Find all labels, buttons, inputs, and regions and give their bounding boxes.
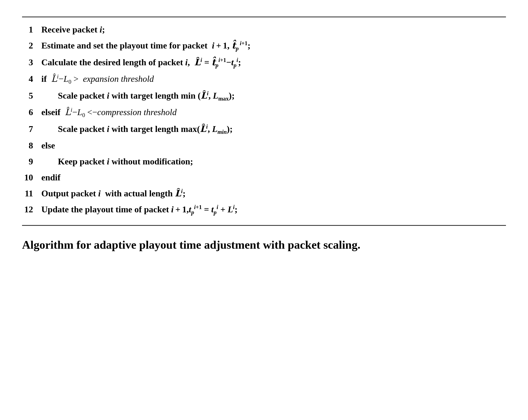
algo-line-5: 5 Scale packet i with target length min … [22,89,506,103]
line-number-10: 10 [22,171,41,184]
line-number-12: 12 [22,203,41,216]
algo-line-9: 9 Keep packet i without modification; [22,155,506,168]
algorithm-caption: Algorithm for adaptive playout time adju… [22,237,380,253]
algo-line-6: 6 elseif L̂i−L0 <−compression threshold [22,105,506,120]
line-number-7: 7 [22,122,41,136]
algo-line-12: 12 Update the playout time of packet i +… [22,203,506,217]
line-number-11: 11 [22,187,41,200]
line-number-2: 2 [22,39,41,52]
line-content-8: else [41,139,506,152]
line-content-2: Estimate and set the playout time for pa… [41,39,506,53]
line-number-1: 1 [22,23,41,36]
algorithm-box: 1 Receive packet i; 2 Estimate and set t… [22,17,506,226]
line-content-4: if L̂i−L0 > expansion threshold [41,72,506,86]
algo-line-4: 4 if L̂i−L0 > expansion threshold [22,72,506,86]
line-number-8: 8 [22,139,41,152]
line-number-3: 3 [22,56,41,69]
line-content-5: Scale packet i with target length min (L… [41,89,506,103]
line-content-1: Receive packet i; [41,23,506,36]
line-content-10: endif [41,171,506,184]
algo-line-1: 1 Receive packet i; [22,23,506,36]
line-content-6: elseif L̂i−L0 <−compression threshold [41,105,506,120]
algo-line-11: 11 Output packet i with actual length L̂… [22,187,506,200]
line-content-7: Scale packet i with target length max(L̂… [41,122,506,136]
algo-line-10: 10 endif [22,171,506,184]
line-number-5: 5 [22,89,41,102]
line-content-11: Output packet i with actual length L̂i; [41,187,506,200]
algo-line-7: 7 Scale packet i with target length max(… [22,122,506,136]
line-content-12: Update the playout time of packet i + 1,… [41,203,506,217]
line-content-9: Keep packet i without modification; [41,155,506,168]
line-number-4: 4 [22,72,41,85]
line-number-9: 9 [22,155,41,168]
algo-line-3: 3 Calculate the desired length of packet… [22,56,506,70]
algo-line-8: 8 else [22,139,506,152]
line-content-3: Calculate the desired length of packet i… [41,56,506,70]
algo-line-2: 2 Estimate and set the playout time for … [22,39,506,53]
line-number-6: 6 [22,105,41,119]
algorithm-container: 1 Receive packet i; 2 Estimate and set t… [22,17,506,253]
